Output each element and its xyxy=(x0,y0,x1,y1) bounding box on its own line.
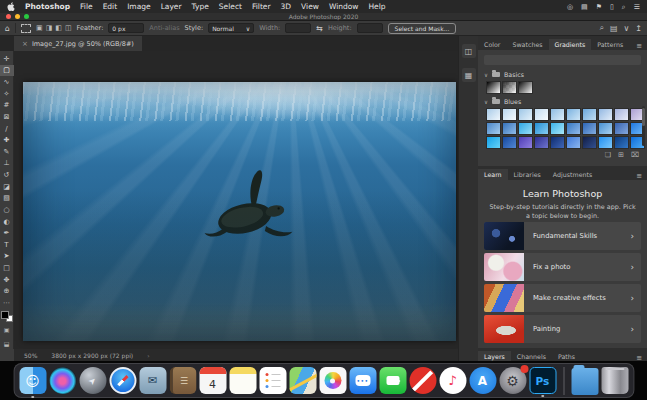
apple-menu-icon[interactable] xyxy=(7,2,16,11)
menu-item-type[interactable]: Type xyxy=(192,2,209,11)
learn-card-fundamental[interactable]: Fundamental Skills› xyxy=(484,222,641,250)
select-and-mask-button[interactable]: Select and Mask... xyxy=(388,23,457,34)
launchpad-dock-icon[interactable]: ➤ xyxy=(79,367,106,394)
contacts-dock-icon[interactable]: ☰ xyxy=(169,367,196,394)
blur-tool[interactable]: ○ xyxy=(0,204,14,216)
gradient-swatch-blues-17[interactable] xyxy=(582,122,597,135)
gradient-swatch-basics-1[interactable] xyxy=(486,81,501,94)
gradient-swatch-blues-27[interactable] xyxy=(582,136,597,149)
gradient-search-row[interactable] xyxy=(484,55,641,65)
close-tab-icon[interactable]: × xyxy=(22,40,28,48)
gradient-swatch-blues-5[interactable] xyxy=(550,108,565,121)
downloads-dock-icon[interactable] xyxy=(571,368,598,395)
menu-item-image[interactable]: Image xyxy=(127,2,151,11)
menu-item-help[interactable]: Help xyxy=(368,2,385,11)
gradient-swatch-blues-12[interactable] xyxy=(502,122,517,135)
menu-item-photoshop[interactable]: Photoshop xyxy=(25,2,70,11)
rectangle-tool[interactable]: □ xyxy=(0,262,14,274)
toolbar-ellipsis[interactable]: ⋯ xyxy=(0,297,14,309)
gradient-swatch-blues-4[interactable] xyxy=(534,108,549,121)
calendar-dock-icon[interactable]: 4 xyxy=(199,367,226,394)
zoom-level[interactable]: 50% xyxy=(24,352,37,359)
gradient-swatch-blues-16[interactable] xyxy=(566,122,581,135)
menu-item-filter[interactable]: Filter xyxy=(252,2,271,11)
new-group-icon[interactable]: ❏ xyxy=(605,151,611,159)
style-dropdown[interactable]: Normal∨ xyxy=(208,23,254,33)
gradient-swatch-blues-19[interactable] xyxy=(614,122,629,135)
healing-brush-tool[interactable]: ✚ xyxy=(0,134,14,146)
gradient-swatch-blues-8[interactable] xyxy=(598,108,613,121)
gradient-swatch-blues-11[interactable] xyxy=(486,122,501,135)
learn-card-painting[interactable]: Painting› xyxy=(484,315,641,343)
menu-item-file[interactable]: File xyxy=(80,2,93,11)
gradient-swatch-blues-6[interactable] xyxy=(566,108,581,121)
tab-gradients[interactable]: Gradients xyxy=(549,39,592,50)
gradient-swatch-blues-25[interactable] xyxy=(550,136,565,149)
type-tool[interactable]: T xyxy=(0,239,14,251)
screen-mirroring-icon[interactable]: ◎ xyxy=(567,3,573,11)
display-icon[interactable]: ▤ xyxy=(581,3,588,11)
safari-dock-icon[interactable] xyxy=(109,367,136,394)
home-icon[interactable]: ⌂ xyxy=(5,24,10,33)
tool-preset-marquee-icon[interactable] xyxy=(21,24,31,33)
gradient-swatch-blues-7[interactable] xyxy=(582,108,597,121)
group-basics[interactable]: ∨ Basics xyxy=(484,71,524,78)
gradient-swatch-blues-13[interactable] xyxy=(518,122,533,135)
menu-item-layer[interactable]: Layer xyxy=(161,2,182,11)
gradient-swatch-blues-9[interactable] xyxy=(614,108,629,121)
disclosure-icon[interactable]: ∨ xyxy=(484,99,488,105)
tab-color[interactable]: Color xyxy=(478,39,506,50)
quick-selection-tool[interactable]: ✧ xyxy=(0,88,14,100)
document-tab[interactable]: × Image_27.jpg @ 50% (RGB/8#) xyxy=(14,36,142,51)
siri-dock-icon[interactable] xyxy=(49,367,76,394)
eyedropper-tool[interactable]: ∕ xyxy=(0,123,14,135)
gradient-swatch-blues-3[interactable] xyxy=(518,108,533,121)
new-selection-icon[interactable]: ▣ xyxy=(36,24,43,32)
do-not-enter-dock-icon[interactable] xyxy=(409,367,436,394)
trash-dock-icon[interactable] xyxy=(601,367,628,394)
quick-mask-icon[interactable]: ▣ xyxy=(0,324,14,336)
location-icon[interactable]: ⚑ xyxy=(596,3,602,11)
learn-card-photo[interactable]: Fix a photo› xyxy=(484,253,641,281)
panel-menu-icon[interactable]: ≡ xyxy=(636,42,647,50)
feather-input[interactable]: 0 px xyxy=(108,23,144,33)
gradient-swatch-blues-15[interactable] xyxy=(550,122,565,135)
move-tool[interactable]: ✛ xyxy=(0,53,14,65)
height-input[interactable] xyxy=(357,23,383,33)
tab-adjustments[interactable]: Adjustments xyxy=(547,169,598,180)
document-image[interactable] xyxy=(23,82,456,341)
mail-dock-icon[interactable]: ✉ xyxy=(139,367,166,394)
gradient-swatch-blues-24[interactable] xyxy=(534,136,549,149)
gradient-swatch-blues-1[interactable] xyxy=(486,108,501,121)
photos-dock-icon[interactable] xyxy=(319,367,346,394)
subtract-selection-icon[interactable]: ◧ xyxy=(55,24,62,32)
anti-alias-checkbox[interactable]: Anti-alias xyxy=(149,24,179,32)
gradient-swatch-blues-23[interactable] xyxy=(518,136,533,149)
system-preferences-dock-icon[interactable]: ⚙ xyxy=(499,367,526,394)
brush-tool[interactable]: ✎ xyxy=(0,146,14,158)
gradient-swatch-blues-26[interactable] xyxy=(566,136,581,149)
path-selection-tool[interactable]: ➤ xyxy=(0,251,14,263)
menu-item-window[interactable]: Window xyxy=(329,2,359,11)
link-dimensions-icon[interactable]: ⇆ xyxy=(316,24,323,33)
control-center-icon[interactable]: ☰ xyxy=(634,3,640,11)
menu-item-3d[interactable]: 3D xyxy=(281,2,292,11)
tab-libraries[interactable]: Libraries xyxy=(508,169,547,180)
panel-scrollbar[interactable] xyxy=(642,106,645,146)
add-selection-icon[interactable]: ◨ xyxy=(46,24,53,32)
screen-mode-icon[interactable]: ⬓ xyxy=(0,337,14,349)
app-store-dock-icon[interactable]: A xyxy=(469,367,496,394)
gradient-tool[interactable]: ▧ xyxy=(0,193,14,205)
maps-dock-icon[interactable] xyxy=(289,367,316,394)
menu-item-select[interactable]: Select xyxy=(219,2,242,11)
eraser-tool[interactable]: ◪ xyxy=(0,181,14,193)
chevron-down-icon[interactable]: ∨ xyxy=(623,24,629,33)
panel-menu-icon[interactable]: ≡ xyxy=(636,172,647,180)
delete-icon[interactable]: ⌧ xyxy=(631,151,639,159)
clone-stamp-tool[interactable]: ⊥ xyxy=(0,158,14,170)
music-dock-icon[interactable]: ♪ xyxy=(439,367,466,394)
search-icon[interactable]: ⌕ xyxy=(622,3,626,11)
menu-item-edit[interactable]: Edit xyxy=(103,2,118,11)
facetime-dock-icon[interactable] xyxy=(379,367,406,394)
gradient-swatch-blues-18[interactable] xyxy=(598,122,613,135)
